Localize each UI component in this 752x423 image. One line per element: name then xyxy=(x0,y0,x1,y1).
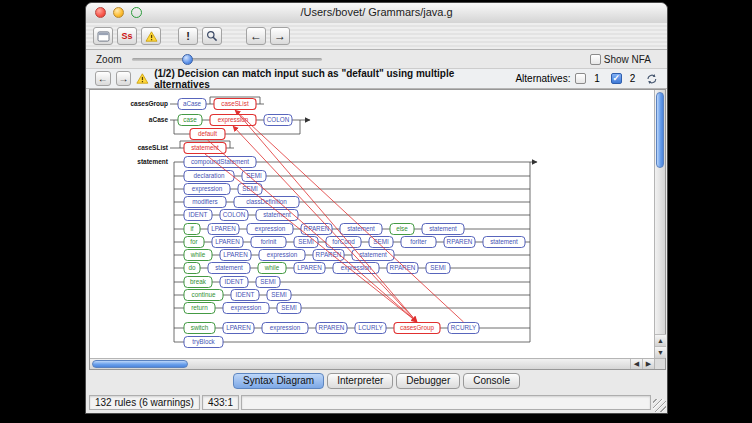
diagram-node-label: RPAREN xyxy=(304,225,330,232)
diagram-node-label: caseSList xyxy=(221,100,249,107)
vertical-scrollbar[interactable]: ▲ ▼ xyxy=(654,90,665,358)
diagram-node-label: casesGroup xyxy=(400,324,434,332)
diagram-node-label: statement xyxy=(347,225,375,232)
alternative-1-checkbox[interactable]: ✓ xyxy=(575,73,586,84)
title-bar[interactable]: /Users/bovet/ Grammars/java.g xyxy=(86,3,667,24)
diagram-node-label: SEMI xyxy=(271,291,287,298)
check-icon: ✓ xyxy=(612,74,620,83)
diagram-viewport[interactable]: casesGroupaCasecaseSListaCasecaseexpress… xyxy=(90,90,654,358)
alternatives-label: Alternatives: xyxy=(515,73,570,84)
diagram-node-label: forIter xyxy=(410,238,426,245)
diagram-node-label: LCURLY xyxy=(358,324,383,331)
diagram-node-label: statement xyxy=(490,238,518,245)
tab-debugger[interactable]: Debugger xyxy=(396,373,460,389)
cycle-alternatives-icon[interactable] xyxy=(646,73,658,85)
horizontal-scrollbar-thumb[interactable] xyxy=(92,360,188,368)
minimize-button[interactable] xyxy=(113,7,124,18)
syntax-diagram[interactable]: casesGroupaCasecaseSListaCasecaseexpress… xyxy=(90,90,650,356)
warnings-button[interactable] xyxy=(141,27,161,45)
diagram-node-label: forInit xyxy=(261,238,277,245)
zoom-slider[interactable] xyxy=(132,58,322,61)
app-window: /Users/bovet/ Grammars/java.g Ss ! ← → Z… xyxy=(85,2,668,414)
diagram-node-label: modifiers xyxy=(192,198,218,205)
diagram-node-label: expression xyxy=(267,251,298,259)
resize-grip[interactable] xyxy=(653,399,666,412)
diagram-node-label: declaration xyxy=(194,172,225,179)
diagram-node-label: LPAREN xyxy=(211,225,236,232)
diagram-node-label: RPAREN xyxy=(447,238,473,245)
back-arrow-icon: ← xyxy=(250,29,262,43)
diagram-node-label: return xyxy=(191,304,208,311)
diagram-node-label: statement xyxy=(429,225,457,232)
warning-icon xyxy=(145,31,158,42)
status-rules: 132 rules (6 warnings) xyxy=(89,395,200,410)
diagram-node-label: switch xyxy=(191,324,209,331)
diagram-node-label: LPAREN xyxy=(223,251,248,258)
diagram-node-label: LPAREN xyxy=(297,264,322,271)
forward-button[interactable]: → xyxy=(270,27,290,45)
right-arrow-icon: ▶ xyxy=(646,360,651,368)
diagram-node-label: do xyxy=(188,264,196,271)
search-button[interactable] xyxy=(202,27,222,45)
diagram-node-label: case xyxy=(183,116,197,123)
diagram-node-label: tryBlock xyxy=(192,338,215,346)
zoom-slider-knob[interactable] xyxy=(182,54,193,65)
diagram-node-label: IDENT xyxy=(189,211,208,218)
rule-label: aCase xyxy=(149,116,169,123)
horizontal-scrollbar[interactable]: ◀ ▶ xyxy=(90,358,654,369)
status-caret-position: 433:1 xyxy=(202,395,239,410)
diagram-node-label: COLON xyxy=(223,211,246,218)
diagram-node-label: continue xyxy=(192,291,216,298)
down-arrow-icon: ▼ xyxy=(657,349,664,356)
next-warning-button[interactable]: → xyxy=(116,71,132,86)
diagram-node-label: break xyxy=(190,278,207,285)
scroll-up-button[interactable]: ▲ xyxy=(655,334,666,346)
scroll-left-button[interactable]: ◀ xyxy=(630,359,642,369)
window-title: /Users/bovet/ Grammars/java.g xyxy=(86,3,667,22)
scroll-down-button[interactable]: ▼ xyxy=(655,346,666,358)
diagram-node-label: IDENT xyxy=(225,278,244,285)
diagram-node-label: expression xyxy=(270,324,301,332)
toolbar: Ss ! ← → xyxy=(86,23,667,50)
vertical-scrollbar-thumb[interactable] xyxy=(656,92,664,168)
back-button[interactable]: ← xyxy=(246,27,266,45)
exclamation-icon: ! xyxy=(186,30,190,42)
diagram-node-label: expression xyxy=(231,304,262,312)
diagram-node-label: compoundStatement xyxy=(191,158,249,166)
tab-console[interactable]: Console xyxy=(463,373,520,389)
close-button[interactable] xyxy=(95,7,106,18)
diagram-node-label: IDENT xyxy=(236,291,255,298)
diagram-node-label: SEMI xyxy=(430,264,446,271)
diagram-canvas: casesGroupaCasecaseSListaCasecaseexpress… xyxy=(89,89,666,370)
diagram-node-label: statement xyxy=(359,251,387,258)
ss-icon: Ss xyxy=(121,31,132,41)
warning-bar: ← → (1/2) Decision can match input such … xyxy=(86,69,667,89)
show-nfa-label: Show NFA xyxy=(604,54,651,65)
zoom-window-button[interactable] xyxy=(131,7,142,18)
scrollbar-corner xyxy=(654,358,665,369)
tab-interpreter[interactable]: Interpreter xyxy=(327,373,393,389)
alternative-2-checkbox[interactable]: ✓ xyxy=(611,73,622,84)
scroll-right-button[interactable]: ▶ xyxy=(642,359,654,369)
diagram-node-label: for xyxy=(190,238,197,245)
prev-arrow-icon: ← xyxy=(98,73,108,84)
diagram-node-label: LPAREN xyxy=(226,324,251,331)
diagram-node-label: SEMI xyxy=(260,278,276,285)
show-nfa-checkbox[interactable]: ✓ xyxy=(590,54,601,65)
tab-syntax-diagram[interactable]: Syntax Diagram xyxy=(233,373,324,389)
prev-warning-button[interactable]: ← xyxy=(95,71,111,86)
diagram-node-label: SEMI xyxy=(373,238,389,245)
diagram-node-label: while xyxy=(264,264,280,271)
diagram-node-label: aCase xyxy=(183,100,202,107)
magnifier-icon xyxy=(206,30,218,42)
zoom-label: Zoom xyxy=(96,54,122,65)
exclamation-button[interactable]: ! xyxy=(178,27,198,45)
diagram-node-label: default xyxy=(198,130,217,137)
warning-message: (1/2) Decision can match input such as "… xyxy=(154,68,505,90)
check-grammar-button[interactable]: Ss xyxy=(117,27,137,45)
console-window-button[interactable] xyxy=(93,27,113,45)
warning-icon xyxy=(136,73,149,84)
zoom-bar: Zoom ✓ Show NFA xyxy=(86,50,667,69)
forward-arrow-icon: → xyxy=(274,29,286,43)
diagram-node-label: SEMI xyxy=(281,304,297,311)
